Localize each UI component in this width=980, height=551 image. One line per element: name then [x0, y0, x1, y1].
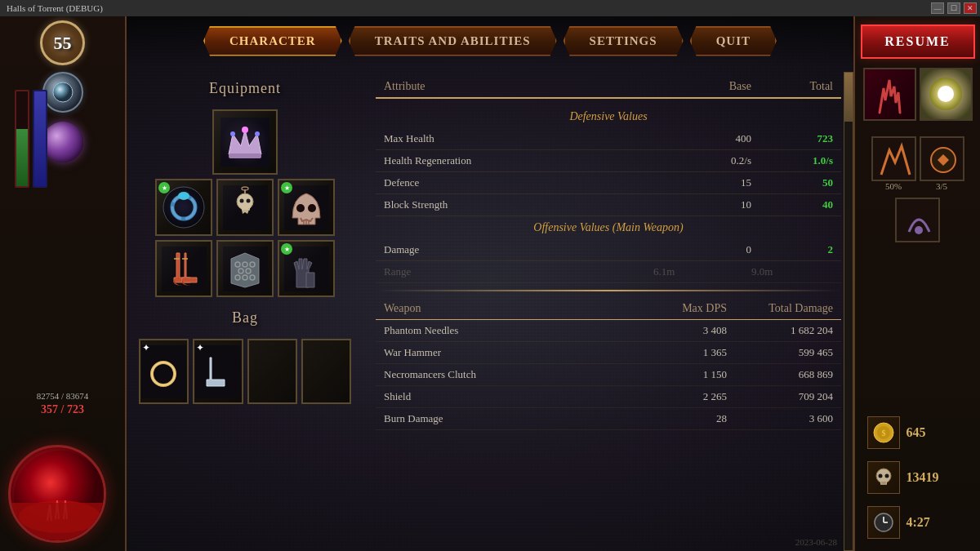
weapon-damage-1: 599 465 [727, 346, 833, 359]
bag-indicator-1: ✦ [142, 342, 150, 354]
bag-title: Bag [139, 309, 351, 327]
stat-base-range: 6.1m [653, 265, 751, 278]
stat-name-health: Max Health [384, 132, 653, 145]
svg-rect-25 [162, 247, 207, 291]
resource-skull: 13419 [861, 457, 975, 498]
exp-display: 82754 / 83674 [8, 391, 117, 401]
stats-container: Attribute Base Total Defensive Values Ma… [363, 72, 853, 551]
weapon-dps-0: 3 408 [629, 324, 727, 337]
equip-slot-ring[interactable]: ★ [155, 179, 212, 236]
weapon-row-3: Shield 2 265 709 204 [376, 386, 841, 408]
svg-point-21 [308, 204, 316, 212]
resume-button[interactable]: RESUME [861, 24, 975, 59]
maximize-btn[interactable]: ☐ [947, 2, 960, 14]
orb-item-1[interactable] [42, 72, 83, 113]
svg-point-31 [250, 262, 255, 267]
equip-slot-boots[interactable] [155, 240, 212, 297]
svg-rect-16 [243, 208, 248, 212]
nav-character[interactable]: CHARACTER [203, 26, 342, 56]
bag-slot-4[interactable] [301, 339, 351, 404]
svg-point-35 [243, 275, 247, 280]
svg-text:$: $ [881, 429, 885, 438]
stats-headers: Attribute Base Total [376, 76, 841, 99]
ability-slot-mid-2[interactable] [920, 136, 964, 181]
window-controls[interactable]: — ☐ ✕ [931, 2, 977, 14]
weapon-divider [376, 290, 841, 291]
svg-point-54 [884, 474, 889, 478]
stat-name-damage: Damage [384, 243, 653, 256]
nav-quit[interactable]: QUIT [690, 26, 777, 56]
bag-slot-1[interactable]: ✦ [139, 339, 189, 404]
resource-time: 4:27 [861, 502, 975, 543]
mana-bar-fill [34, 91, 46, 186]
weapon-col-name: Weapon [384, 302, 629, 315]
weapon-dps-1: 1 365 [629, 346, 727, 359]
svg-rect-28 [223, 247, 268, 291]
svg-point-30 [243, 262, 247, 267]
stat-base-health: 400 [653, 132, 751, 145]
defensive-section-label: Defensive Values [376, 105, 841, 128]
svg-point-5 [230, 131, 235, 136]
nav-settings[interactable]: SETTINGS [564, 26, 684, 56]
stat-total-damage: 2 [751, 243, 833, 256]
nav-traits[interactable]: TRAITS AND ABILITIES [349, 26, 557, 56]
game-area: 55 827 [0, 16, 980, 551]
sidebar-stats: 82754 / 83674 357 / 723 [8, 391, 117, 420]
svg-point-33 [246, 269, 251, 273]
gold-icon: $ [867, 416, 900, 449]
health-bar [15, 90, 29, 188]
ability-claws-inner [865, 69, 915, 119]
weapon-row-0: Phantom Needles 3 408 1 682 204 [376, 320, 841, 342]
close-btn[interactable]: ✕ [964, 2, 977, 14]
header-total: Total [751, 80, 833, 93]
equip-slot-gloves[interactable]: ★ [278, 240, 335, 297]
equip-slot-armor[interactable] [216, 240, 274, 297]
equipment-panel: Equipment [127, 72, 363, 551]
ability-slot-light[interactable] [920, 68, 973, 121]
ability-slot-claws[interactable] [863, 68, 916, 121]
stat-name-block: Block Strength [384, 198, 653, 211]
stat-name-regen: Health Regeneration [384, 154, 653, 167]
stats-panel: Attribute Base Total Defensive Values Ma… [363, 72, 853, 434]
stat-base-damage: 0 [653, 243, 751, 256]
svg-point-20 [296, 204, 305, 212]
purple-orb[interactable] [42, 122, 83, 162]
stat-row-defence: Defence 15 50 [376, 172, 841, 194]
weapon-row-1: War Hammer 1 365 599 465 [376, 342, 841, 364]
equip-indicator-gloves: ★ [281, 243, 292, 255]
svg-point-48 [915, 226, 923, 234]
weapon-name-4: Burn Damage [384, 412, 629, 425]
stat-base-defence: 15 [653, 176, 751, 189]
equip-row-2: ★ [155, 179, 335, 236]
skull-icon [867, 461, 900, 494]
stat-row-block: Block Strength 10 40 [376, 194, 841, 216]
stat-total-range: 9.0m [751, 265, 833, 278]
stat-row-damage: Damage 0 2 [376, 239, 841, 261]
equip-slot-pendant[interactable] [216, 179, 274, 236]
svg-point-32 [238, 269, 243, 273]
weapon-row-4: Burn Damage 28 3 600 [376, 408, 841, 430]
svg-point-6 [255, 131, 260, 136]
minimize-btn[interactable]: — [931, 2, 944, 14]
equip-slot-crown[interactable] [212, 109, 278, 175]
stat-base-block: 10 [653, 198, 751, 211]
stats-scrollbar[interactable] [844, 72, 853, 551]
ability-slot-mid-1[interactable] [871, 136, 916, 181]
equip-indicator-skull: ★ [281, 182, 292, 193]
bag-slot-2[interactable]: ✦ [193, 339, 243, 404]
ability-slot-dark[interactable] [895, 198, 940, 242]
weapon-damage-4: 3 600 [727, 412, 833, 425]
weapon-name-2: Necromancers Clutch [384, 368, 629, 381]
stats-scroll-thumb[interactable] [844, 73, 853, 122]
svg-point-1 [14, 451, 105, 542]
svg-point-53 [878, 474, 882, 478]
svg-point-0 [53, 82, 73, 102]
right-sidebar: RESUME [853, 16, 980, 551]
top-abilities-row [863, 68, 973, 121]
stat-name-defence: Defence [384, 176, 653, 189]
ability-slot-lower[interactable] [895, 198, 940, 242]
bag-slot-3[interactable] [247, 339, 297, 404]
header-base: Base [653, 80, 751, 93]
svg-point-43 [938, 86, 954, 102]
equip-slot-skull-mask[interactable]: ★ [278, 179, 335, 236]
